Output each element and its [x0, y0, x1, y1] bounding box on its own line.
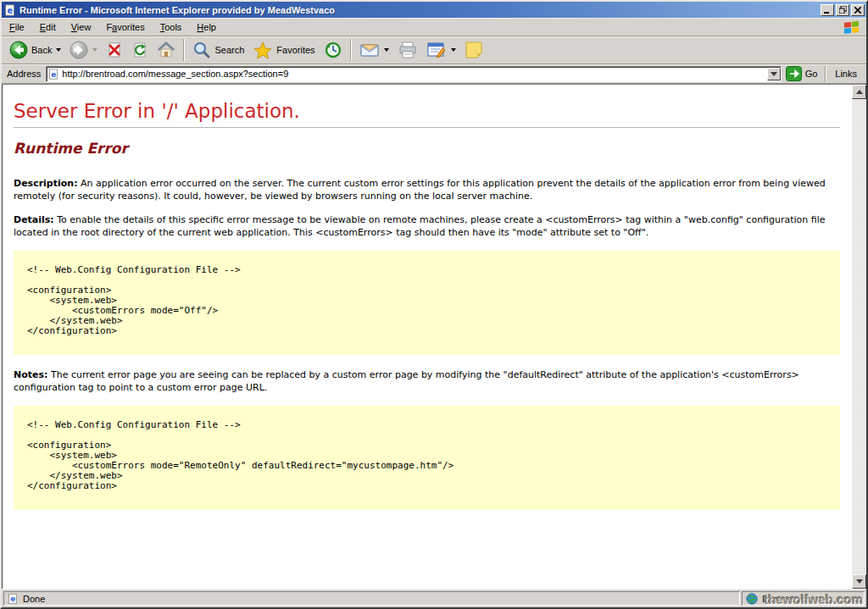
minimize-button[interactable]	[821, 4, 834, 16]
print-button[interactable]	[393, 38, 422, 63]
window-title: Runtime Error - Microsoft Internet Explo…	[19, 5, 819, 15]
links-separator	[825, 66, 826, 81]
menu-tools[interactable]: Tools	[153, 19, 190, 35]
favorites-label: Favorites	[276, 45, 314, 55]
notes-text: The current error page you are seeing ca…	[14, 369, 799, 393]
favorites-button[interactable]: Favorites	[248, 38, 319, 63]
toolbar-separator	[350, 39, 352, 61]
menu-edit[interactable]: Edit	[32, 19, 64, 35]
forward-button[interactable]	[65, 38, 102, 63]
menu-view[interactable]: View	[64, 19, 99, 35]
mail-icon	[359, 41, 380, 59]
refresh-button[interactable]	[127, 38, 153, 63]
address-label: Address	[4, 69, 46, 79]
page-icon: e	[8, 593, 19, 605]
forward-dropdown-icon[interactable]	[92, 48, 97, 52]
mail-dropdown-icon[interactable]	[384, 48, 389, 52]
status-pane-left: e Done	[3, 591, 740, 606]
edit-dropdown-icon[interactable]	[451, 48, 456, 52]
toolbar: Back	[2, 36, 866, 64]
internet-globe-icon	[746, 593, 758, 605]
description-text: An application error occurred on the ser…	[14, 178, 826, 202]
security-zone-text: Internet	[762, 594, 793, 604]
print-icon	[398, 41, 418, 59]
links-button[interactable]: Links	[828, 69, 864, 79]
arrow-up-icon	[856, 90, 863, 94]
details-text: To enable the details of this specific e…	[14, 214, 826, 238]
menu-favorites[interactable]: Favorites	[98, 19, 152, 35]
vertical-scrollbar[interactable]	[852, 85, 866, 589]
mail-button[interactable]	[355, 38, 393, 63]
menu-help[interactable]: Help	[189, 19, 224, 35]
history-icon	[324, 41, 342, 59]
address-bar: Address e Go Links	[2, 64, 866, 84]
home-icon	[157, 41, 175, 59]
address-dropdown-button[interactable]	[767, 68, 781, 80]
toolbar-separator	[183, 39, 185, 61]
divider	[14, 127, 840, 128]
history-button[interactable]	[320, 38, 347, 63]
back-icon	[9, 41, 28, 59]
code-block-1: <!-- Web.Config Configuration File --> <…	[14, 251, 840, 355]
menubar: FileEditViewFavoritesToolsHelp	[2, 18, 866, 36]
error-subtitle: Runtime Error	[14, 140, 840, 157]
menu-file[interactable]: File	[2, 19, 32, 35]
stop-button[interactable]	[102, 38, 127, 63]
ie-logo-icon: e	[4, 4, 16, 16]
search-button[interactable]: Search	[188, 38, 248, 63]
refresh-icon	[131, 41, 148, 59]
edit-icon	[426, 41, 447, 59]
go-button[interactable]: Go	[782, 64, 824, 83]
address-input[interactable]	[62, 69, 766, 79]
svg-text:e: e	[10, 595, 15, 603]
error-page: Server Error in '/' Application. Runtime…	[2, 85, 852, 589]
details-label: Details:	[14, 214, 54, 225]
status-pane-zone: Internet	[742, 591, 865, 606]
menu-items: FileEditViewFavoritesToolsHelp	[2, 19, 224, 35]
notes-paragraph: Notes: The current error page you are se…	[14, 368, 840, 394]
chevron-down-icon	[771, 72, 777, 76]
description-label: Description:	[14, 178, 78, 189]
code-block-2: <!-- Web.Config Configuration File --> <…	[14, 406, 840, 510]
stop-icon	[106, 41, 123, 59]
close-button[interactable]	[851, 4, 865, 16]
home-button[interactable]	[153, 38, 180, 63]
page-title: Server Error in '/' Application.	[14, 100, 840, 122]
restore-button[interactable]	[836, 4, 849, 16]
edit-button[interactable]	[422, 38, 460, 63]
notes-label: Notes:	[14, 369, 47, 380]
search-label: Search	[214, 45, 244, 55]
go-arrow-icon	[786, 66, 802, 81]
address-field[interactable]: e	[46, 66, 781, 82]
scroll-up-button[interactable]	[852, 85, 866, 99]
windows-flag-icon	[843, 19, 861, 35]
favorites-star-icon	[253, 41, 273, 59]
status-text: Done	[23, 594, 45, 604]
arrow-down-icon	[856, 579, 863, 584]
description-paragraph: Description: An application error occurr…	[14, 177, 840, 202]
note-button[interactable]	[460, 38, 487, 63]
go-label: Go	[805, 69, 818, 79]
details-paragraph: Details: To enable the details of this s…	[14, 213, 840, 239]
back-button[interactable]: Back	[5, 38, 65, 63]
back-dropdown-icon[interactable]	[56, 48, 61, 52]
scroll-down-button[interactable]	[852, 574, 866, 589]
back-label: Back	[31, 45, 52, 55]
titlebar: e Runtime Error - Microsoft Internet Exp…	[2, 2, 866, 18]
svg-text:e: e	[52, 69, 57, 78]
status-bar: e Done Internet thewolfweb.com	[2, 589, 866, 607]
browser-window: e Runtime Error - Microsoft Internet Exp…	[0, 0, 868, 609]
forward-icon	[70, 41, 88, 59]
svg-text:e: e	[8, 5, 14, 14]
search-icon	[192, 41, 211, 59]
sticky-note-icon	[465, 41, 483, 59]
page-icon: e	[48, 68, 59, 80]
content-area: Server Error in '/' Application. Runtime…	[2, 84, 866, 589]
scrollbar-track[interactable]	[852, 99, 866, 574]
